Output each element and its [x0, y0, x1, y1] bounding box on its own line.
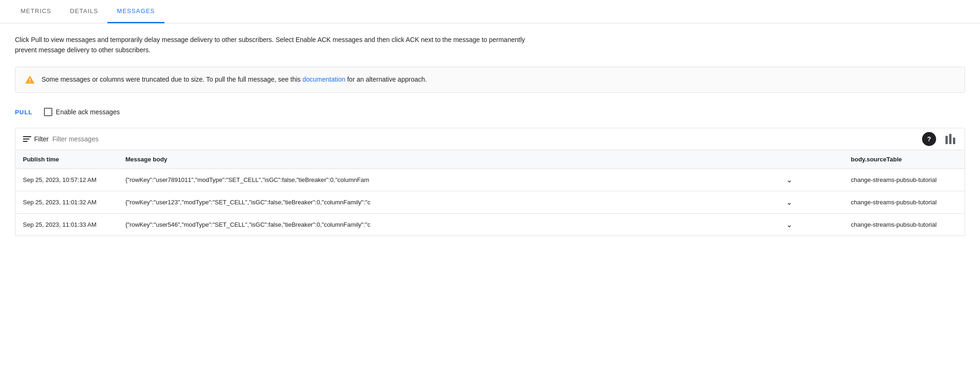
cell-publish-time-1: Sep 25, 2023, 10:57:12 AM [15, 168, 118, 191]
tab-metrics[interactable]: METRICS [11, 0, 61, 23]
pull-button[interactable]: PULL [15, 106, 33, 118]
col-bar-1 [945, 136, 948, 144]
cell-source-table-3: change-streams-pubsub-tutorial [844, 213, 965, 236]
tab-details[interactable]: DETAILS [61, 0, 108, 23]
columns-icon [945, 134, 955, 144]
filter-icon [23, 136, 31, 142]
documentation-link[interactable]: documentation [302, 76, 345, 83]
col-header-publish-time: Publish time [15, 150, 118, 169]
col-bar-3 [953, 138, 955, 144]
filter-icon-label: Filter [23, 135, 49, 143]
cell-message-body-1: {"rowKey":"user7891011","modType":"SET_C… [118, 168, 776, 191]
enable-ack-checkbox[interactable] [44, 108, 52, 116]
filter-label: Filter [34, 135, 49, 143]
table-row: Sep 25, 2023, 10:57:12 AM {"rowKey":"use… [15, 168, 965, 191]
warning-text: Some messages or columns were truncated … [42, 75, 427, 84]
tab-bar: METRICS DETAILS MESSAGES [0, 0, 980, 23]
main-content: Click Pull to view messages and temporar… [0, 23, 980, 247]
expand-button-1[interactable]: ⌄ [783, 175, 795, 185]
enable-ack-label[interactable]: Enable ack messages [44, 108, 120, 116]
warning-icon [25, 75, 35, 85]
table-row: Sep 25, 2023, 11:01:32 AM {"rowKey":"use… [15, 191, 965, 213]
cell-message-body-3: {"rowKey":"user546","modType":"SET_CELL"… [118, 213, 776, 236]
warning-banner: Some messages or columns were truncated … [15, 67, 965, 93]
filter-left: Filter [23, 133, 917, 145]
cell-message-body-2: {"rowKey":"user123","modType":"SET_CELL"… [118, 191, 776, 213]
cell-publish-time-3: Sep 25, 2023, 11:01:33 AM [15, 213, 118, 236]
action-row: PULL Enable ack messages [15, 106, 965, 118]
description-text: Click Pull to view messages and temporar… [15, 35, 529, 56]
filter-line-2 [23, 139, 29, 139]
tab-messages[interactable]: MESSAGES [107, 0, 164, 23]
col-bar-2 [949, 134, 952, 144]
expand-button-2[interactable]: ⌄ [783, 197, 795, 207]
cell-publish-time-2: Sep 25, 2023, 11:01:32 AM [15, 191, 118, 213]
filter-right: ? [922, 132, 957, 146]
help-button[interactable]: ? [922, 132, 936, 146]
filter-bar: Filter ? [15, 128, 965, 150]
filter-line-3 [23, 141, 28, 142]
messages-table: Publish time Message body body.sourceTab… [15, 150, 965, 236]
cell-source-table-1: change-streams-pubsub-tutorial [844, 168, 965, 191]
columns-button[interactable] [944, 132, 957, 146]
filter-line-1 [23, 136, 31, 137]
enable-ack-text: Enable ack messages [56, 108, 120, 116]
expand-button-3[interactable]: ⌄ [783, 220, 795, 230]
col-header-source-table: body.sourceTable [844, 150, 965, 169]
table-row: Sep 25, 2023, 11:01:33 AM {"rowKey":"use… [15, 213, 965, 236]
cell-source-table-2: change-streams-pubsub-tutorial [844, 191, 965, 213]
filter-input[interactable] [52, 133, 917, 145]
table-header-row: Publish time Message body body.sourceTab… [15, 150, 965, 169]
col-header-message-body: Message body [118, 150, 776, 169]
